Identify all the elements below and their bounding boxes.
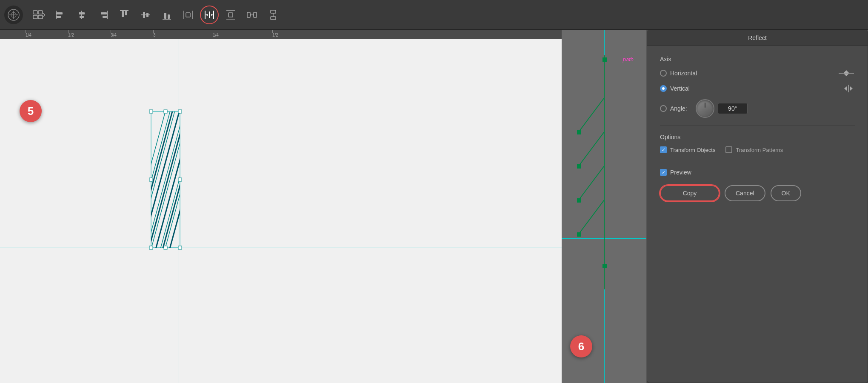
distribute-v-btn[interactable] bbox=[221, 6, 240, 24]
distribute-active-btn[interactable] bbox=[200, 6, 219, 24]
vertical-radio-label: Vertical bbox=[670, 85, 690, 92]
ruler-horizontal: 1/4 1/2 3/4 3 1/4 1/2 bbox=[0, 30, 562, 39]
align-right-btn[interactable] bbox=[94, 6, 112, 24]
ruler-tick-6: 1/2 bbox=[272, 30, 278, 39]
divider-1 bbox=[660, 126, 855, 126]
svg-rect-74 bbox=[577, 164, 581, 169]
ruler-tick-2: 1/2 bbox=[68, 30, 74, 39]
horizontal-radio-option[interactable]: Horizontal bbox=[660, 69, 855, 78]
svg-rect-75 bbox=[577, 198, 581, 203]
cancel-button[interactable]: Cancel bbox=[725, 185, 765, 201]
angle-radio[interactable] bbox=[660, 105, 667, 112]
tree-path-svg bbox=[562, 55, 647, 289]
space-v-btn[interactable] bbox=[264, 6, 283, 24]
options-section-label: Options bbox=[660, 134, 855, 140]
svg-line-46 bbox=[147, 124, 185, 265]
svg-marker-80 bbox=[844, 70, 849, 73]
angle-radio-option[interactable]: Angle: bbox=[660, 99, 855, 118]
selected-object[interactable] bbox=[151, 111, 180, 248]
reflect-dialog: Reflect Axis Horizontal Ver bbox=[647, 30, 868, 383]
transform-objects-label: Transform Objects bbox=[670, 147, 715, 153]
space-h-btn[interactable] bbox=[243, 6, 261, 24]
align-bottom-btn[interactable] bbox=[157, 6, 176, 24]
horizontal-radio[interactable] bbox=[660, 70, 667, 77]
align-top-btn[interactable] bbox=[115, 6, 134, 24]
toolbar bbox=[0, 0, 868, 30]
transform-patterns-checkbox[interactable] bbox=[725, 146, 732, 153]
dialog-titlebar: Reflect bbox=[647, 30, 868, 46]
right-canvas-area: path 6 bbox=[562, 30, 647, 383]
svg-marker-81 bbox=[844, 74, 849, 76]
svg-line-71 bbox=[579, 166, 604, 200]
svg-line-72 bbox=[579, 200, 604, 234]
guide-line-horizontal bbox=[0, 248, 562, 248]
ok-button[interactable]: OK bbox=[771, 185, 801, 201]
axis-section-label: Axis bbox=[660, 56, 855, 63]
angle-radio-label: Angle: bbox=[670, 105, 687, 112]
copy-button[interactable]: Copy bbox=[660, 185, 720, 201]
svg-rect-65 bbox=[178, 178, 182, 181]
svg-rect-16 bbox=[122, 11, 124, 17]
options-row: Transform Objects Transform Patterns bbox=[660, 146, 855, 153]
svg-rect-23 bbox=[168, 14, 170, 19]
vertical-axis-icon bbox=[842, 84, 855, 93]
svg-rect-8 bbox=[57, 16, 61, 18]
divider-2 bbox=[660, 161, 855, 161]
align-left-btn[interactable] bbox=[51, 6, 70, 24]
distribute-h-left-btn[interactable] bbox=[179, 6, 197, 24]
align-center-h-btn[interactable] bbox=[72, 6, 91, 24]
svg-rect-64 bbox=[149, 178, 153, 181]
svg-rect-76 bbox=[577, 232, 581, 237]
transform-objects-opt[interactable]: Transform Objects bbox=[660, 146, 715, 153]
app-logo bbox=[4, 6, 23, 24]
svg-rect-22 bbox=[164, 13, 166, 19]
svg-marker-84 bbox=[850, 86, 853, 91]
preview-row[interactable]: Preview bbox=[660, 169, 855, 176]
svg-rect-5 bbox=[38, 15, 43, 19]
vertical-radio[interactable] bbox=[660, 85, 667, 92]
svg-rect-33 bbox=[247, 12, 250, 17]
svg-rect-60 bbox=[149, 110, 153, 113]
preview-checkbox[interactable] bbox=[660, 169, 667, 176]
svg-rect-77 bbox=[602, 57, 607, 62]
angle-input[interactable] bbox=[718, 103, 748, 114]
svg-rect-63 bbox=[178, 246, 182, 249]
svg-rect-11 bbox=[80, 16, 84, 18]
svg-rect-17 bbox=[125, 11, 127, 15]
svg-rect-62 bbox=[149, 246, 153, 249]
svg-rect-19 bbox=[143, 12, 145, 18]
step-6-badge: 6 bbox=[570, 335, 592, 357]
svg-rect-32 bbox=[228, 13, 233, 17]
svg-line-51 bbox=[147, 73, 185, 214]
svg-line-49 bbox=[147, 175, 185, 316]
svg-line-70 bbox=[579, 132, 604, 166]
svg-rect-4 bbox=[33, 15, 37, 19]
grid-dropdown-btn[interactable] bbox=[30, 6, 49, 24]
svg-rect-26 bbox=[186, 13, 190, 17]
svg-rect-73 bbox=[577, 130, 581, 134]
svg-rect-3 bbox=[38, 11, 43, 14]
vertical-radio-option[interactable]: Vertical bbox=[660, 84, 855, 93]
svg-rect-13 bbox=[101, 12, 107, 14]
svg-line-45 bbox=[147, 107, 185, 248]
svg-rect-40 bbox=[271, 10, 276, 13]
buttons-row: Copy Cancel OK bbox=[660, 185, 855, 201]
svg-line-52 bbox=[147, 56, 185, 197]
svg-rect-2 bbox=[33, 11, 37, 14]
align-middle-v-btn[interactable] bbox=[136, 6, 155, 24]
step-5-badge: 5 bbox=[20, 100, 42, 122]
svg-rect-14 bbox=[103, 16, 107, 18]
horizontal-axis-icon bbox=[838, 69, 855, 78]
svg-rect-20 bbox=[146, 13, 148, 17]
svg-rect-66 bbox=[164, 110, 167, 113]
angle-knob[interactable] bbox=[696, 99, 714, 118]
transform-patterns-opt[interactable]: Transform Patterns bbox=[725, 146, 783, 153]
transform-objects-checkbox[interactable] bbox=[660, 146, 667, 153]
dialog-body: Axis Horizontal Vertical bbox=[647, 46, 868, 210]
horizontal-radio-label: Horizontal bbox=[670, 70, 697, 77]
svg-rect-10 bbox=[79, 12, 85, 14]
canvas-area[interactable]: 1/4 1/2 3/4 3 1/4 1/2 5 bbox=[0, 30, 562, 383]
ruler-tick-4: 3 bbox=[153, 30, 156, 39]
svg-rect-67 bbox=[164, 246, 167, 249]
dialog-title: Reflect bbox=[748, 34, 767, 41]
